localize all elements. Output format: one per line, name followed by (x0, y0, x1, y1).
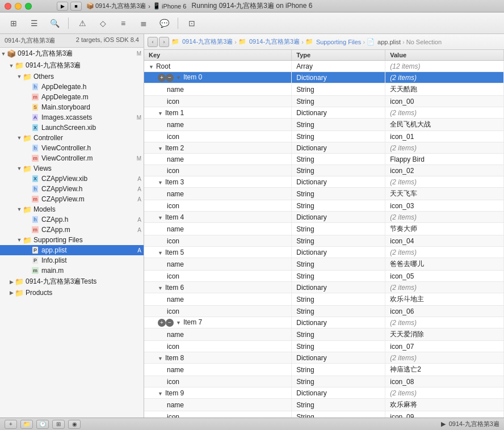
table-row[interactable]: icon String icon_04 (144, 235, 504, 247)
value-cell[interactable]: (2 items) (385, 72, 504, 83)
table-row[interactable]: ▼Item 5 Dictionary (2 items) (144, 247, 504, 258)
table-row[interactable]: icon String icon_07 (144, 341, 504, 352)
expand-icon[interactable]: ▼ (158, 285, 163, 291)
value-cell[interactable]: Flappy Bird (385, 154, 504, 165)
table-row[interactable]: icon String icon_01 (144, 131, 504, 142)
value-cell[interactable]: 全民飞机大战 (385, 119, 504, 131)
value-cell[interactable]: icon_01 (385, 131, 504, 142)
table-row[interactable]: icon String icon_06 (144, 306, 504, 317)
play-button[interactable]: ▶ (57, 2, 68, 11)
minimize-button[interactable] (15, 3, 22, 10)
sidebar-item-czapp_m[interactable]: mCZApp.mA (0, 225, 144, 235)
sidebar-item-app_plist[interactable]: Papp.plistA (0, 245, 144, 255)
value-cell[interactable]: icon_00 (385, 96, 504, 107)
maximize-button[interactable] (25, 3, 32, 10)
sidebar-item-czappview_h[interactable]: hCZAppView.hA (0, 184, 144, 194)
triangle-icon[interactable] (8, 279, 15, 285)
table-row[interactable]: name String 神庙逃亡2 (144, 364, 504, 376)
toolbar-btn-grid2[interactable]: ⊡ (183, 15, 201, 31)
value-cell[interactable]: icon_06 (385, 306, 504, 317)
value-cell[interactable]: (2 items) (385, 282, 504, 293)
close-button[interactable] (5, 3, 11, 10)
sidebar-item-viewcontroller_h[interactable]: hViewController.h (0, 143, 144, 153)
triangle-icon[interactable] (16, 166, 23, 171)
value-cell[interactable]: 欢乐斗地主 (385, 293, 504, 306)
sidebar-item-appdelegate_m[interactable]: mAppDelegate.m (0, 92, 144, 102)
table-row[interactable]: +−▼Item 7 Dictionary (2 items) (144, 317, 504, 328)
value-cell[interactable]: (2 items) (385, 247, 504, 258)
expand-icon[interactable]: ▼ (158, 111, 163, 116)
table-row[interactable]: ▼Item 8 Dictionary (2 items) (144, 352, 504, 364)
table-row[interactable]: name String 欢乐麻将 (144, 399, 504, 411)
table-row[interactable]: name String 天天酷跑 (144, 83, 504, 96)
toolbar-btn-lines[interactable]: ≡ (114, 15, 132, 31)
value-cell[interactable]: (2 items) (385, 142, 504, 154)
sidebar-item-images_xcassets[interactable]: AImages.xcassetsM (0, 112, 144, 123)
add-item-button[interactable]: + (158, 74, 166, 82)
bottombar-grid-button[interactable]: ⊞ (52, 420, 65, 429)
sidebar-item-info_plist[interactable]: PInfo.plist (0, 255, 144, 265)
triangle-icon[interactable] (8, 63, 15, 69)
value-cell[interactable]: 神庙逃亡2 (385, 364, 504, 376)
value-cell[interactable]: (2 items) (385, 387, 504, 399)
table-row[interactable]: icon String icon_02 (144, 165, 504, 176)
sidebar-item-viewcontroller_m[interactable]: mViewController.mM (0, 153, 144, 163)
table-row[interactable]: icon String icon_00 (144, 96, 504, 107)
toolbar-btn-search[interactable]: 🔍 (45, 15, 64, 31)
toolbar-btn-bubble[interactable]: 💬 (155, 15, 173, 31)
sidebar-item-main_storyboard[interactable]: SMain.storyboard (0, 102, 144, 112)
sidebar-item-main_m[interactable]: mmain.m (0, 265, 144, 276)
table-row[interactable]: name String 天天飞车 (144, 188, 504, 200)
expand-icon[interactable]: ▼ (176, 320, 181, 326)
remove-item-button[interactable]: − (166, 319, 174, 327)
sidebar-item-controller[interactable]: 📁Controller (0, 133, 144, 143)
table-row[interactable]: ▼Item 2 Dictionary (2 items) (144, 142, 504, 154)
nav-back-button[interactable]: ‹ (148, 37, 158, 47)
bottombar-add-button[interactable]: + (5, 420, 17, 429)
toolbar-btn-list[interactable]: ☰ (25, 15, 43, 31)
table-row[interactable]: icon String icon_09 (144, 411, 504, 418)
expand-icon[interactable]: ▼ (176, 75, 181, 81)
expand-icon[interactable]: ▼ (158, 180, 163, 186)
table-row[interactable]: name String Flappy Bird (144, 154, 504, 165)
value-cell[interactable]: 欢乐麻将 (385, 399, 504, 411)
table-row[interactable]: name String 欢乐斗地主 (144, 293, 504, 306)
sidebar-item-products[interactable]: 📁Products (0, 288, 144, 298)
table-row[interactable]: ▼Item 6 Dictionary (2 items) (144, 282, 504, 293)
triangle-icon[interactable] (16, 206, 23, 212)
value-cell[interactable]: icon_02 (385, 165, 504, 176)
toolbar-btn-lines2[interactable]: ≣ (135, 15, 153, 31)
table-row[interactable]: ▼Item 1 Dictionary (2 items) (144, 107, 504, 119)
value-cell[interactable]: (2 items) (385, 212, 504, 223)
toolbar-btn-warning[interactable]: ⚠ (73, 15, 91, 31)
value-cell[interactable]: 天天飞车 (385, 188, 504, 200)
value-cell[interactable]: icon_07 (385, 341, 504, 352)
expand-icon[interactable]: ▼ (149, 64, 154, 70)
sidebar-item-models[interactable]: 📁Models (0, 204, 144, 214)
value-cell[interactable]: (12 items) (385, 61, 504, 72)
sidebar-item-czappview_m[interactable]: mCZAppView.mA (0, 194, 144, 204)
add-item-button[interactable]: + (158, 319, 166, 327)
sidebar-item-root[interactable]: 📦0914-九宫格第3遍M (0, 48, 144, 60)
expand-icon[interactable]: ▼ (158, 250, 163, 256)
value-cell[interactable]: (2 items) (385, 317, 504, 328)
value-cell[interactable]: (2 items) (385, 352, 504, 364)
table-row[interactable]: icon String icon_03 (144, 200, 504, 212)
sidebar-item-proj2[interactable]: 📁0914-九宫格第3遍 (0, 60, 144, 71)
value-cell[interactable]: icon_09 (385, 411, 504, 418)
table-row[interactable]: ▼Item 9 Dictionary (2 items) (144, 387, 504, 399)
value-cell[interactable]: (2 items) (385, 176, 504, 188)
table-row[interactable]: icon String icon_08 (144, 376, 504, 387)
value-cell[interactable]: 爸爸去哪儿 (385, 258, 504, 271)
breadcrumb-item-1[interactable]: 0914-九宫格第3遍 (182, 37, 233, 46)
bottombar-circle-button[interactable]: ◉ (68, 420, 81, 429)
toolbar-btn-grid[interactable]: ⊞ (5, 15, 23, 31)
sidebar-item-views[interactable]: 📁Views (0, 163, 144, 174)
value-cell[interactable]: icon_04 (385, 235, 504, 247)
sidebar-item-launchscreen[interactable]: XLaunchScreen.xib (0, 123, 144, 133)
triangle-icon[interactable] (0, 51, 7, 57)
sidebar-item-supporting[interactable]: 📁Supporting Files (0, 235, 144, 245)
remove-item-button[interactable]: − (166, 74, 174, 82)
sidebar-item-tests[interactable]: 📁0914-九宫格第3遍Tests (0, 276, 144, 288)
value-cell[interactable]: (2 items) (385, 107, 504, 119)
